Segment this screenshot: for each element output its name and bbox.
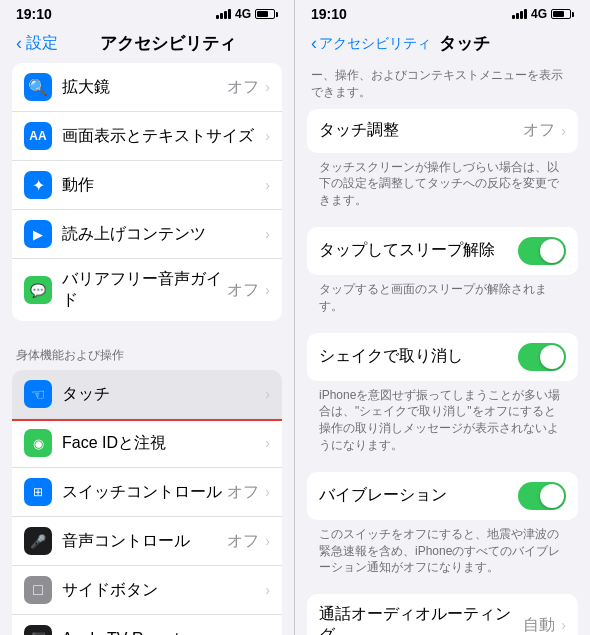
right-signal-bars (512, 9, 527, 19)
call-routing-group: 通話オーディオルーティング 自動 › (307, 594, 578, 635)
touch-adj-note: タッチスクリーンが操作しづらい場合は、以下の設定を調整してタッチへの反応を変更で… (307, 153, 578, 221)
list-item-zoom[interactable]: 🔍 拡大鏡 オフ › (12, 63, 282, 112)
left-section-list: 🔍 拡大鏡 オフ › AA 画面表示とテキストサイズ › ✦ 動作 › ▶ 読み… (0, 63, 294, 635)
section-touch-adjustment: タッチ調整 オフ › タッチスクリーンが操作しづらい場合は、以下の設定を調整して… (307, 109, 578, 221)
left-signal-bars (216, 9, 231, 19)
right-back-label: アクセシビリティ (319, 35, 431, 53)
touch-adj-item[interactable]: タッチ調整 オフ › (307, 109, 578, 153)
vibration-group: バイブレーション (307, 472, 578, 520)
voice-value: オフ (227, 531, 259, 552)
list-item-switch[interactable]: ⊞ スイッチコントロール オフ › (12, 468, 282, 517)
tap-sleep-item[interactable]: タップしてスリープ解除 (307, 227, 578, 275)
list-item-speech[interactable]: ▶ 読み上げコンテンツ › (12, 210, 282, 259)
vibration-toggle[interactable] (518, 482, 566, 510)
left-top-group: 🔍 拡大鏡 オフ › AA 画面表示とテキストサイズ › ✦ 動作 › ▶ 読み… (12, 63, 282, 321)
voice-chevron: › (265, 533, 270, 549)
list-item-sidebutton[interactable]: □ サイドボタン › (12, 566, 282, 615)
left-back-label: 設定 (26, 33, 58, 54)
motion-chevron: › (265, 177, 270, 193)
shake-undo-group: シェイクで取り消し (307, 333, 578, 381)
audio-icon: 💬 (24, 276, 52, 304)
left-panel: 19:10 4G ‹ 設定 アクセシビリティ � (0, 0, 295, 635)
zoom-label: 拡大鏡 (62, 77, 227, 98)
right-back-chevron: ‹ (311, 33, 317, 54)
display-label: 画面表示とテキストサイズ (62, 126, 265, 147)
speech-label: 読み上げコンテンツ (62, 224, 265, 245)
left-battery-icon (255, 9, 278, 19)
touch-chevron: › (265, 386, 270, 402)
audio-value: オフ (227, 280, 259, 301)
list-item-touch[interactable]: ☜ タッチ › (12, 370, 282, 419)
appletvremote-chevron: › (265, 631, 270, 635)
touch-adj-label: タッチ調整 (319, 120, 523, 141)
list-item-appletvremote[interactable]: ⬛ Apple TV Remote › (12, 615, 282, 635)
left-network-type: 4G (235, 7, 251, 21)
call-routing-chevron: › (561, 617, 566, 633)
speech-chevron: › (265, 226, 270, 242)
switch-icon: ⊞ (24, 478, 52, 506)
call-routing-value: 自動 (523, 615, 555, 635)
section-shake-undo: シェイクで取り消し iPhoneを意図せず振ってしまうことが多い場合は、"シェイ… (307, 333, 578, 466)
shake-undo-item[interactable]: シェイクで取り消し (307, 333, 578, 381)
faceid-label: Face IDと注視 (62, 433, 265, 454)
zoom-value: オフ (227, 77, 259, 98)
left-status-icons: 4G (216, 7, 278, 21)
motion-label: 動作 (62, 175, 265, 196)
touch-adj-value: オフ (523, 120, 555, 141)
list-item-display[interactable]: AA 画面表示とテキストサイズ › (12, 112, 282, 161)
list-item-motion[interactable]: ✦ 動作 › (12, 161, 282, 210)
display-icon: AA (24, 122, 52, 150)
appletvremote-icon: ⬛ (24, 625, 52, 635)
shake-undo-note: iPhoneを意図せず振ってしまうことが多い場合は、"シェイクで取り消し"をオフ… (307, 381, 578, 466)
left-back-chevron: ‹ (16, 33, 22, 54)
sidebutton-icon: □ (24, 576, 52, 604)
sidebutton-chevron: › (265, 582, 270, 598)
switch-chevron: › (265, 484, 270, 500)
speech-icon: ▶ (24, 220, 52, 248)
appletvremote-label: Apple TV Remote (62, 630, 265, 635)
right-nav-title: タッチ (439, 32, 490, 55)
left-nav-title: アクセシビリティ (58, 32, 278, 55)
display-chevron: › (265, 128, 270, 144)
call-routing-item[interactable]: 通話オーディオルーティング 自動 › (307, 594, 578, 635)
touch-icon: ☜ (24, 380, 52, 408)
touch-label: タッチ (62, 384, 265, 405)
switch-label: スイッチコントロール (62, 482, 227, 503)
left-nav-bar: ‹ 設定 アクセシビリティ (0, 28, 294, 63)
right-network-type: 4G (531, 7, 547, 21)
sidebutton-label: サイドボタン (62, 580, 265, 601)
list-item-voice[interactable]: 🎤 音声コントロール オフ › (12, 517, 282, 566)
list-item-audio[interactable]: 💬 バリアフリー音声ガイド オフ › (12, 259, 282, 321)
vibration-note: このスイッチをオフにすると、地震や津波の緊急速報を含め、iPhoneのすべてのバ… (307, 520, 578, 588)
tap-sleep-note: タップすると画面のスリープが解除されます。 (307, 275, 578, 327)
tap-sleep-toggle[interactable] (518, 237, 566, 265)
touch-adj-chevron: › (561, 123, 566, 139)
call-routing-label: 通話オーディオルーティング (319, 604, 523, 635)
touch-adj-group: タッチ調整 オフ › (307, 109, 578, 153)
body-section-label: 身体機能および操作 (0, 331, 294, 370)
left-time: 19:10 (16, 6, 52, 22)
list-item-faceid[interactable]: ◉ Face IDと注視 › (12, 419, 282, 468)
left-back-button[interactable]: ‹ 設定 (16, 33, 58, 54)
faceid-chevron: › (265, 435, 270, 451)
right-nav-bar: ‹ アクセシビリティ タッチ (295, 28, 590, 63)
right-time: 19:10 (311, 6, 347, 22)
voice-label: 音声コントロール (62, 531, 227, 552)
tap-sleep-group: タップしてスリープ解除 (307, 227, 578, 275)
section-call-routing: 通話オーディオルーティング 自動 › 電話またはFaceTimeオーディオ通話中… (307, 594, 578, 635)
shake-undo-toggle[interactable] (518, 343, 566, 371)
vibration-label: バイブレーション (319, 485, 518, 506)
section-vibration: バイブレーション このスイッチをオフにすると、地震や津波の緊急速報を含め、iPh… (307, 472, 578, 588)
right-status-icons: 4G (512, 7, 574, 21)
motion-icon: ✦ (24, 171, 52, 199)
voice-icon: 🎤 (24, 527, 52, 555)
section-tap-sleep: タップしてスリープ解除 タップすると画面のスリープが解除されます。 (307, 227, 578, 327)
right-top-note: ー、操作、およびコンテキストメニューを表示できます。 (295, 63, 590, 109)
right-status-bar: 19:10 4G (295, 0, 590, 28)
right-back-button[interactable]: ‹ アクセシビリティ (311, 33, 431, 54)
audio-chevron: › (265, 282, 270, 298)
vibration-item[interactable]: バイブレーション (307, 472, 578, 520)
right-panel: 19:10 4G ‹ アクセシビリティ タッチ ー、操作、およびコンテキストメニ… (295, 0, 590, 635)
switch-value: オフ (227, 482, 259, 503)
tap-sleep-label: タップしてスリープ解除 (319, 240, 518, 261)
